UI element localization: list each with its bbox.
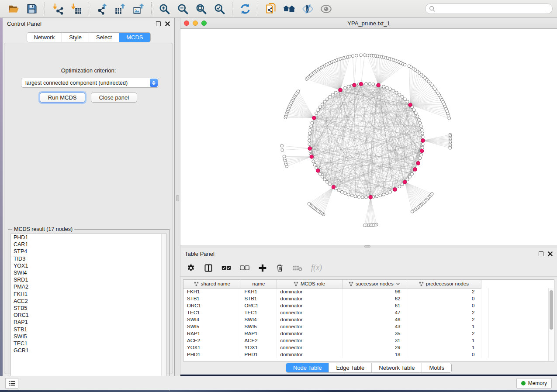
network-node[interactable] xyxy=(326,180,329,183)
mcds-hub-node[interactable] xyxy=(377,83,381,87)
network-node[interactable] xyxy=(318,106,322,109)
mcds-hub-node[interactable] xyxy=(312,116,316,120)
network-node[interactable] xyxy=(312,160,315,163)
tab-select[interactable]: Select xyxy=(89,33,119,42)
network-node[interactable] xyxy=(421,146,424,149)
column-header-successor-nodes[interactable]: successor nodes xyxy=(342,280,407,288)
network-node[interactable] xyxy=(382,193,385,196)
mcds-result-item[interactable]: TID3 xyxy=(11,255,166,262)
mcds-result-item[interactable]: ORC1 xyxy=(11,312,166,319)
network-node[interactable] xyxy=(415,112,418,115)
network-node[interactable] xyxy=(355,54,358,57)
mcds-result-item[interactable]: STP4 xyxy=(11,248,166,255)
mcds-result-list[interactable]: PHD1CAR1STP4TID3YOX1SWI4SRD1PMA2FKH1ACE2… xyxy=(10,234,167,389)
mcds-hub-node[interactable] xyxy=(339,88,343,92)
network-node[interactable] xyxy=(395,91,398,94)
network-node[interactable] xyxy=(334,91,337,94)
toggle-columns-icon[interactable] xyxy=(204,264,213,272)
network-node[interactable] xyxy=(354,195,357,198)
mcds-result-item[interactable]: SWI5 xyxy=(11,333,166,340)
search-field[interactable] xyxy=(425,3,553,14)
zoom-out-icon[interactable] xyxy=(176,2,189,15)
column-header-predecessor-nodes[interactable]: predecessor nodes xyxy=(407,280,481,288)
zoom-selected-icon[interactable] xyxy=(213,2,226,15)
network-node[interactable] xyxy=(411,210,414,213)
network-node[interactable] xyxy=(321,103,324,106)
network-node[interactable] xyxy=(347,85,350,88)
network-node[interactable] xyxy=(281,148,284,151)
network-node[interactable] xyxy=(420,125,423,128)
network-node[interactable] xyxy=(420,153,423,156)
network-node[interactable] xyxy=(365,196,368,199)
network-node[interactable] xyxy=(416,115,419,118)
network-node[interactable] xyxy=(449,146,452,149)
mcds-hub-node[interactable] xyxy=(316,169,320,173)
float-panel-icon[interactable] xyxy=(539,251,543,256)
mcds-hub-node[interactable] xyxy=(310,155,314,159)
network-node[interactable] xyxy=(389,190,392,193)
table-settings-gear-icon[interactable] xyxy=(187,264,195,272)
network-node[interactable] xyxy=(385,192,388,195)
delete-column-icon[interactable] xyxy=(276,264,284,272)
table-row[interactable]: YOX1YOX1connector291 xyxy=(183,344,488,351)
search-input[interactable] xyxy=(436,6,549,12)
function-builder-icon[interactable]: f(x) xyxy=(311,263,322,272)
vertical-splitter[interactable] xyxy=(175,18,180,376)
mcds-hub-node[interactable] xyxy=(359,82,363,86)
memory-button[interactable]: Memory xyxy=(516,378,552,389)
zoom-fit-icon[interactable] xyxy=(194,2,208,15)
table-row[interactable]: STB1STB1dominator620 xyxy=(183,295,488,302)
mcds-hub-node[interactable] xyxy=(403,180,407,184)
tab-node-table[interactable]: Node Table xyxy=(286,363,329,372)
add-column-icon[interactable] xyxy=(258,264,267,272)
mcds-result-item[interactable]: PHD1 xyxy=(11,234,166,241)
mcds-result-item[interactable]: FKH1 xyxy=(11,291,166,298)
network-node[interactable] xyxy=(344,86,347,89)
network-node[interactable] xyxy=(310,125,313,128)
network-node[interactable] xyxy=(308,139,311,142)
scrollbar-thumb[interactable] xyxy=(550,290,553,330)
import-network-icon[interactable] xyxy=(51,2,64,15)
table-row[interactable]: ORC1ORC1dominator610 xyxy=(183,302,488,309)
network-node[interactable] xyxy=(357,196,360,199)
mcds-hub-node[interactable] xyxy=(308,147,312,151)
zoom-in-icon[interactable] xyxy=(158,2,171,15)
network-node[interactable] xyxy=(297,90,300,93)
network-node[interactable] xyxy=(372,83,375,86)
network-node[interactable] xyxy=(448,117,451,120)
open-file-icon[interactable] xyxy=(7,2,20,15)
network-node[interactable] xyxy=(321,175,324,178)
network-node[interactable] xyxy=(331,93,334,96)
close-panel-icon[interactable] xyxy=(548,251,553,256)
table-row[interactable]: PHD1PHD1dominator180 xyxy=(183,351,488,358)
network-node[interactable] xyxy=(421,132,424,135)
mcds-result-item[interactable]: STB5 xyxy=(11,305,166,312)
network-node[interactable] xyxy=(351,55,354,58)
clone-network-icon[interactable] xyxy=(264,2,277,15)
table-row[interactable]: RAP1RAP1dominator352 xyxy=(183,330,488,337)
table-row[interactable]: ACE2ACE2connector311 xyxy=(183,337,488,344)
task-history-button[interactable] xyxy=(5,378,18,389)
mcds-result-item[interactable]: GCR1 xyxy=(11,347,166,354)
mcds-hub-node[interactable] xyxy=(413,168,417,172)
mcds-result-item[interactable]: YOX1 xyxy=(11,262,166,269)
table-row[interactable]: FKH1FKH1dominator962 xyxy=(183,288,488,295)
network-node[interactable] xyxy=(411,172,414,175)
network-node[interactable] xyxy=(323,178,326,181)
network-node[interactable] xyxy=(412,109,415,112)
network-node[interactable] xyxy=(406,178,409,181)
network-node[interactable] xyxy=(347,193,350,196)
delete-table-icon-disabled[interactable] xyxy=(293,265,302,272)
network-node[interactable] xyxy=(389,88,392,91)
network-node[interactable] xyxy=(329,95,332,98)
network-node[interactable] xyxy=(419,157,422,160)
network-node[interactable] xyxy=(329,183,332,186)
network-node[interactable] xyxy=(375,195,378,198)
network-node[interactable] xyxy=(421,135,424,138)
network-node[interactable] xyxy=(385,86,388,89)
mcds-result-item[interactable]: PMA2 xyxy=(11,283,166,290)
network-node[interactable] xyxy=(344,192,347,195)
network-node[interactable] xyxy=(392,89,395,93)
column-header-mcds-role[interactable]: MCDS role xyxy=(277,280,342,288)
float-panel-icon[interactable] xyxy=(156,21,161,26)
